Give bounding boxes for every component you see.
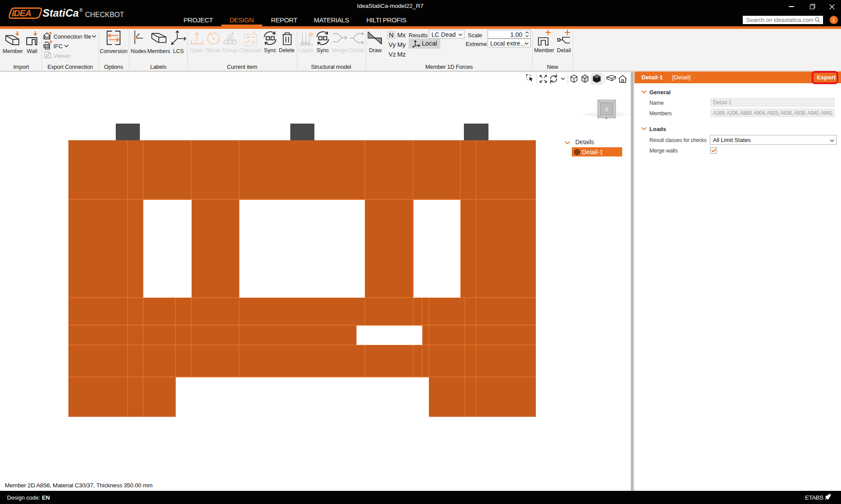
- svg-text:-X: -X: [604, 107, 609, 112]
- svg-text:IFC: IFC: [44, 44, 49, 47]
- svg-text:IDEA: IDEA: [12, 8, 31, 18]
